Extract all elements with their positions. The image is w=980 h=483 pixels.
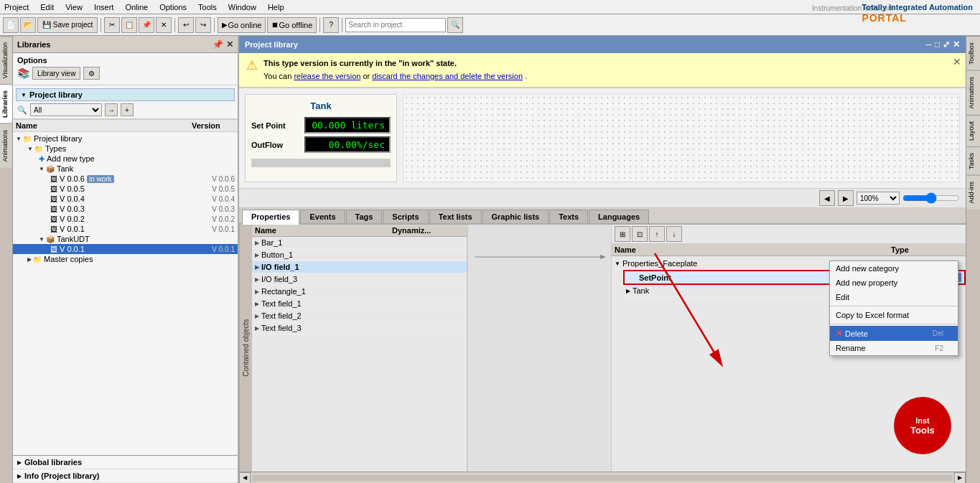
prop-row-rect1[interactable]: ▶ Rectangle_1: [252, 286, 467, 298]
maximize-icon[interactable]: ⤢: [943, 39, 950, 50]
prop-row-text2[interactable]: ▶ Text field_2: [252, 310, 467, 322]
prop-row-text3[interactable]: ▶ Text field_3: [252, 322, 467, 334]
right-tab-addins[interactable]: Add-ins: [966, 175, 980, 210]
proj-lib-collapsible[interactable]: ▼ Project library: [16, 88, 235, 101]
tree-item-types[interactable]: ▼ 📁 Types: [13, 144, 238, 154]
tree-item-v004[interactable]: 🖼 V 0.0.4 V 0.0.4: [13, 194, 238, 204]
expand-proj-lib[interactable]: ▼: [16, 136, 22, 142]
right-btn2[interactable]: ⊡: [632, 226, 648, 242]
filter-select[interactable]: All: [30, 103, 102, 116]
menu-edit[interactable]: Edit: [40, 3, 54, 11]
right-btn1[interactable]: ⊞: [615, 226, 630, 242]
scroll-left-btn[interactable]: ◀: [239, 472, 251, 484]
cut-btn[interactable]: ✂: [104, 17, 120, 33]
tab-scripts[interactable]: Scripts: [383, 210, 428, 223]
tab-visualization[interactable]: Visualization: [0, 36, 12, 84]
expand-tank-right[interactable]: ▶: [626, 288, 630, 294]
search-btn[interactable]: 🔍: [447, 17, 463, 33]
tab-tags[interactable]: Tags: [346, 210, 383, 223]
right-tab-animations[interactable]: Animations: [966, 70, 980, 115]
menu-options[interactable]: Options: [159, 3, 187, 11]
close-icon[interactable]: ✕: [953, 39, 960, 50]
panel-close-icon[interactable]: ✕: [226, 39, 233, 50]
tab-animations[interactable]: Animations: [0, 123, 12, 168]
expand-global[interactable]: ▶: [17, 459, 22, 466]
prop-row-text1[interactable]: ▶ Text field_1: [252, 298, 467, 310]
tree-item-tankudt[interactable]: ▼ 📦 TankUDT: [13, 234, 238, 244]
right-tab-layout[interactable]: Layout: [966, 115, 980, 146]
filter-forward-btn[interactable]: →: [105, 103, 118, 116]
go-offline-btn[interactable]: ⏹ Go offline: [267, 17, 317, 33]
scroll-track[interactable]: [252, 475, 953, 481]
tree-item-v006[interactable]: 🖼 V 0.0.6 in work V 0.0.6: [13, 174, 238, 184]
expand-text1[interactable]: ▶: [255, 301, 259, 307]
expand-btn1[interactable]: ▶: [255, 252, 259, 258]
ctx-add-property[interactable]: Add new property: [830, 276, 958, 290]
zoom-slider[interactable]: [902, 192, 960, 204]
tab-graphic-lists[interactable]: Graphic lists: [482, 210, 549, 223]
ctx-add-category[interactable]: Add new category: [830, 261, 958, 276]
expand-tankudt[interactable]: ▼: [39, 236, 45, 243]
tree-item-v001[interactable]: 🖼 V 0.0.1 V 0.0.1: [13, 224, 238, 234]
global-libraries-item[interactable]: ▶ Global libraries: [13, 456, 238, 469]
release-link[interactable]: release the version: [294, 72, 360, 80]
scroll-right-btn[interactable]: ▶: [954, 472, 966, 484]
save-btn[interactable]: 💾 Save project: [37, 17, 98, 33]
menu-tools[interactable]: Tools: [198, 3, 217, 11]
help-btn[interactable]: ?: [323, 17, 339, 33]
right-tab-toolbox[interactable]: Toolbox: [966, 36, 980, 70]
search-input[interactable]: [345, 18, 446, 32]
undo-btn[interactable]: ↩: [178, 17, 194, 33]
minimize-icon[interactable]: ─: [925, 39, 932, 50]
prop-row-io3[interactable]: ▶ I/O field_3: [252, 273, 467, 286]
zoom-select[interactable]: 100%: [857, 192, 900, 205]
prop-row-btn1[interactable]: ▶ Button_1: [252, 249, 467, 261]
menu-view[interactable]: View: [65, 3, 83, 11]
zoom-in-btn[interactable]: ◀: [819, 190, 835, 206]
expand-io3[interactable]: ▶: [255, 276, 259, 283]
redo-btn[interactable]: ↪: [195, 17, 211, 33]
right-btn3[interactable]: ↑: [649, 226, 665, 242]
go-online-btn[interactable]: ▶ Go online: [218, 17, 266, 33]
zoom-out-btn[interactable]: ▶: [838, 190, 854, 206]
settings-btn[interactable]: ⚙: [83, 67, 100, 80]
tree-item-v002[interactable]: 🖼 V 0.0.2 V 0.0.2: [13, 214, 238, 224]
right-btn4[interactable]: ↓: [666, 226, 682, 242]
copy-btn[interactable]: 📋: [121, 17, 137, 33]
paste-btn[interactable]: 📌: [139, 17, 154, 33]
ctx-copy-excel[interactable]: Copy to Excel format: [830, 308, 958, 322]
menu-online[interactable]: Online: [125, 3, 148, 11]
tree-item-v003[interactable]: 🖼 V 0.0.3 V 0.0.3: [13, 204, 238, 214]
tree-item-add-type[interactable]: ✚ Add new type: [13, 154, 238, 164]
lib-view-btn[interactable]: Library view: [32, 67, 80, 80]
ctx-delete[interactable]: ✕ Delete Del: [830, 326, 958, 341]
tree-item-master-copies[interactable]: ▶ 📁 Master copies: [13, 254, 238, 264]
expand-types[interactable]: ▼: [27, 146, 33, 152]
expand-io1[interactable]: ▶: [255, 264, 259, 271]
open-btn[interactable]: 📂: [20, 17, 36, 33]
tree-item-v005[interactable]: 🖼 V 0.0.5 V 0.0.5: [13, 184, 238, 194]
right-tab-tasks[interactable]: Tasks: [966, 146, 980, 175]
ctx-rename[interactable]: Rename F2: [830, 341, 958, 355]
expand-rect1[interactable]: ▶: [255, 289, 259, 295]
tab-languages[interactable]: Languages: [589, 210, 649, 223]
tree-item-tank[interactable]: ▼ 📦 Tank: [13, 164, 238, 174]
info-item[interactable]: ▶ Info (Project library): [13, 469, 238, 483]
expand-bar1[interactable]: ▶: [255, 240, 259, 246]
expand-info[interactable]: ▶: [17, 473, 22, 479]
tab-properties[interactable]: Properties: [242, 210, 299, 225]
tab-texts[interactable]: Texts: [549, 210, 588, 223]
tree-item-tankudt-v001[interactable]: 🖼 V 0.0.1 V 0.0.1: [13, 244, 238, 254]
tree-item-proj-lib[interactable]: ▼ 📁 Project library: [13, 133, 238, 144]
expand-text3[interactable]: ▶: [255, 325, 259, 332]
prop-row-bar1[interactable]: ▶ Bar_1: [252, 237, 467, 249]
restore-icon[interactable]: □: [935, 39, 940, 50]
menu-help[interactable]: Help: [268, 3, 284, 11]
filter-add-btn[interactable]: +: [121, 103, 134, 116]
expand-text2[interactable]: ▶: [255, 313, 259, 319]
expand-tank[interactable]: ▼: [39, 166, 45, 172]
panel-pin-icon[interactable]: 📌: [213, 39, 223, 50]
tab-libraries[interactable]: Libraries: [0, 84, 12, 123]
menu-window[interactable]: Window: [228, 3, 256, 11]
tab-events[interactable]: Events: [300, 210, 345, 223]
